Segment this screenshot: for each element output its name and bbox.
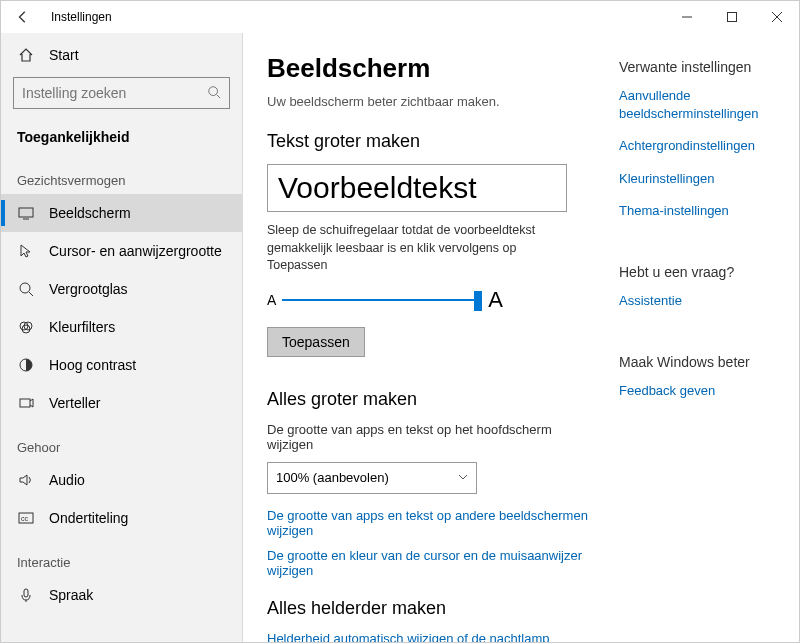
svg-rect-6	[19, 208, 33, 217]
section-everything-larger: Alles groter maken	[267, 389, 595, 410]
home-icon	[17, 47, 35, 63]
svg-rect-17	[24, 589, 28, 597]
link-additional-display[interactable]: Aanvullende beeldscherminstellingen	[619, 87, 789, 123]
display-icon	[17, 205, 35, 221]
svg-rect-14	[20, 399, 30, 407]
slider-min-label: A	[267, 292, 276, 308]
back-button[interactable]	[7, 1, 39, 33]
related-header: Verwante instellingen	[619, 59, 789, 75]
contrast-icon	[17, 357, 35, 373]
page-title: Beeldscherm	[267, 53, 595, 84]
sidebar-item-cursor[interactable]: Cursor- en aanwijzergrootte	[1, 232, 242, 270]
related-panel: Verwante instellingen Aanvullende beelds…	[619, 53, 789, 643]
sidebar-item-narrator[interactable]: Verteller	[1, 384, 242, 422]
scale-dropdown[interactable]: 100% (aanbevolen)	[267, 462, 477, 494]
audio-icon	[17, 472, 35, 488]
main-content: Beeldscherm Uw beeldscherm beter zichtba…	[243, 33, 799, 643]
sample-text-box: Voorbeeldtekst	[267, 164, 567, 212]
sidebar-home-label: Start	[49, 47, 79, 63]
sidebar-item-contrast[interactable]: Hoog contrast	[1, 346, 242, 384]
svg-rect-1	[727, 13, 736, 22]
filters-icon	[17, 319, 35, 335]
sidebar-item-label: Audio	[49, 472, 85, 488]
svg-point-8	[20, 283, 30, 293]
link-other-displays[interactable]: De grootte van apps en tekst op andere b…	[267, 508, 595, 538]
nav-group-label: Gehoor	[1, 422, 242, 461]
magnifier-icon	[17, 281, 35, 297]
section-text-larger: Tekst groter maken	[267, 131, 595, 152]
speech-icon	[17, 587, 35, 603]
svg-line-9	[29, 292, 33, 296]
slider-help: Sleep de schuifregelaar totdat de voorbe…	[267, 222, 567, 275]
link-get-help[interactable]: Assistentie	[619, 292, 789, 310]
link-feedback[interactable]: Feedback geven	[619, 382, 789, 400]
sidebar-item-magnifier[interactable]: Vergrootglas	[1, 270, 242, 308]
link-background[interactable]: Achtergrondinstellingen	[619, 137, 789, 155]
sidebar-item-label: Hoog contrast	[49, 357, 136, 373]
sidebar: Start Toegankelijkheid Gezichtsvermogen …	[1, 33, 243, 643]
section-brighter: Alles helderder maken	[267, 598, 595, 619]
slider-track[interactable]	[282, 299, 482, 301]
slider-thumb[interactable]	[474, 291, 482, 311]
cc-icon: cc	[17, 510, 35, 526]
svg-text:cc: cc	[21, 515, 29, 522]
sidebar-item-display[interactable]: Beeldscherm	[1, 194, 242, 232]
svg-point-4	[209, 86, 218, 95]
sidebar-item-speech[interactable]: Spraak	[1, 576, 242, 614]
titlebar: Instellingen	[1, 1, 799, 33]
page-subtitle: Uw beeldscherm beter zichtbaar maken.	[267, 94, 595, 109]
link-colors[interactable]: Kleurinstellingen	[619, 170, 789, 188]
help-header: Hebt u een vraag?	[619, 264, 789, 280]
scale-value: 100% (aanbevolen)	[276, 470, 389, 485]
close-button[interactable]	[754, 1, 799, 33]
sidebar-item-label: Cursor- en aanwijzergrootte	[49, 243, 222, 259]
sidebar-item-label: Verteller	[49, 395, 100, 411]
link-themes[interactable]: Thema-instellingen	[619, 202, 789, 220]
sidebar-item-cc[interactable]: cc Ondertiteling	[1, 499, 242, 537]
search-input[interactable]	[22, 85, 207, 101]
link-cursor-size[interactable]: De grootte en kleur van de cursor en de …	[267, 548, 595, 578]
window-title: Instellingen	[51, 10, 112, 24]
sidebar-item-label: Spraak	[49, 587, 93, 603]
sidebar-item-audio[interactable]: Audio	[1, 461, 242, 499]
sidebar-item-label: Vergrootglas	[49, 281, 128, 297]
chevron-down-icon	[458, 470, 468, 485]
link-brightness[interactable]: Helderheid automatisch wijzigen of de na…	[267, 631, 595, 644]
cursor-icon	[17, 243, 35, 259]
search-input-wrap[interactable]	[13, 77, 230, 109]
nav-group-label: Interactie	[1, 537, 242, 576]
sidebar-item-label: Ondertiteling	[49, 510, 128, 526]
svg-line-5	[217, 94, 221, 98]
nav-group-label: Gezichtsvermogen	[1, 155, 242, 194]
sidebar-item-label: Beeldscherm	[49, 205, 131, 221]
feedback-header: Maak Windows beter	[619, 354, 789, 370]
sidebar-item-colorfilters[interactable]: Kleurfilters	[1, 308, 242, 346]
search-icon	[207, 85, 221, 102]
slider-max-label: A	[488, 287, 503, 313]
sidebar-home[interactable]: Start	[1, 37, 242, 73]
maximize-button[interactable]	[709, 1, 754, 33]
apply-button[interactable]: Toepassen	[267, 327, 365, 357]
window-controls	[664, 1, 799, 33]
sidebar-item-label: Kleurfilters	[49, 319, 115, 335]
sidebar-current-page: Toegankelijkheid	[1, 121, 242, 155]
text-size-slider[interactable]: A A	[267, 287, 595, 313]
minimize-button[interactable]	[664, 1, 709, 33]
scale-help: De grootte van apps en tekst op het hoof…	[267, 422, 595, 452]
narrator-icon	[17, 395, 35, 411]
